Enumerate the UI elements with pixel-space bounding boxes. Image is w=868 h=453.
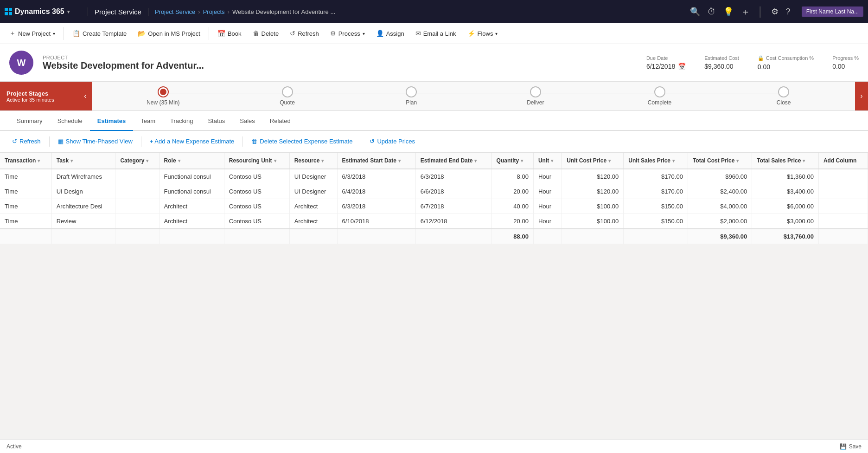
footer-resourcing: [224, 229, 289, 244]
stage-nav-left[interactable]: ‹: [79, 82, 92, 110]
tab-status[interactable]: Status: [200, 111, 232, 131]
open-ms-project-button[interactable]: 📂 Open in MS Project: [133, 27, 205, 40]
assign-button[interactable]: 👤 Assign: [371, 27, 409, 40]
sort-icon-resourcing: ▾: [274, 158, 276, 163]
col-total-sales-price[interactable]: Total Sales Price ▾: [752, 153, 819, 169]
col-resource[interactable]: Resource ▾: [289, 153, 337, 169]
table-row[interactable]: TimeReviewArchitectContoso USArchitect6/…: [0, 214, 868, 229]
col-add-column[interactable]: Add Column: [818, 153, 868, 169]
tab-sales[interactable]: Sales: [232, 111, 262, 131]
sort-icon-transaction: ▾: [38, 158, 40, 163]
col-start-date[interactable]: Estimated Start Date ▾: [337, 153, 415, 169]
col-role[interactable]: Role ▾: [159, 153, 224, 169]
sort-icon-unit: ▾: [551, 158, 553, 163]
refresh-icon: ↺: [290, 30, 295, 37]
footer-usp: [624, 229, 688, 244]
calendar-icon[interactable]: 📅: [678, 63, 686, 70]
table-row[interactable]: TimeDraft WireframesFunctional consulCon…: [0, 169, 868, 184]
tab-estimates[interactable]: Estimates: [90, 111, 133, 131]
bc-projects[interactable]: Projects: [203, 8, 225, 15]
table-cell: 6/3/2018: [337, 169, 415, 184]
stage-item-quote[interactable]: Quote: [225, 86, 350, 106]
top-nav: Dynamics 365 ▾ Project Service Project S…: [0, 0, 868, 23]
table-cell: 8.00: [491, 169, 533, 184]
search-icon[interactable]: 🔍: [690, 6, 700, 17]
tab-tracking[interactable]: Tracking: [163, 111, 200, 131]
sort-icon-category: ▾: [146, 158, 148, 163]
stages-list: New (35 Min) Quote Plan Deliver Complete…: [92, 82, 855, 110]
brand[interactable]: Dynamics 365 ▾: [5, 7, 88, 16]
process-button[interactable]: ⚙ Process ▾: [326, 27, 370, 40]
stage-item-close[interactable]: Close: [721, 86, 846, 106]
est-refresh-button[interactable]: ↺ Refresh: [7, 136, 45, 147]
table-row[interactable]: TimeArchitecture DesiArchitectContoso US…: [0, 199, 868, 214]
stage-nav-right[interactable]: ›: [855, 82, 868, 110]
new-project-button[interactable]: ＋ New Project ▾: [5, 26, 60, 40]
stage-item-complete[interactable]: Complete: [598, 86, 722, 106]
sort-icon-task: ▾: [70, 158, 73, 163]
user-badge[interactable]: First Name Last Na...: [802, 6, 863, 17]
col-unit-cost-price[interactable]: Unit Cost Price ▾: [562, 153, 624, 169]
table-cell: Functional consul: [159, 184, 224, 199]
table-cell: 40.00: [491, 199, 533, 214]
table-cell: Contoso US: [224, 184, 289, 199]
project-label: PROJECT: [43, 55, 637, 60]
table-cell: Architect: [159, 214, 224, 229]
col-category[interactable]: Category ▾: [115, 153, 159, 169]
open-ms-label: Open in MS Project: [148, 30, 200, 37]
col-unit[interactable]: Unit ▾: [533, 153, 562, 169]
stage-name-close: Close: [777, 99, 791, 106]
stage-item-new[interactable]: New (35 Min): [101, 86, 225, 106]
update-prices-icon: ↺: [370, 138, 375, 145]
book-button[interactable]: 📅 Book: [213, 27, 246, 40]
col-quantity[interactable]: Quantity ▾: [491, 153, 533, 169]
show-time-phased-button[interactable]: ▦ Show Time-Phased View: [53, 136, 137, 147]
estimated-cost-label: Estimated Cost: [704, 55, 739, 61]
process-label: Process: [338, 30, 360, 37]
footer-resource: [289, 229, 337, 244]
tab-schedule[interactable]: Schedule: [50, 111, 90, 131]
flows-button[interactable]: ⚡ Flows ▾: [463, 27, 503, 40]
email-link-button[interactable]: ✉ Email a Link: [411, 27, 461, 40]
estimates-tbody: TimeDraft WireframesFunctional consulCon…: [0, 169, 868, 229]
col-task[interactable]: Task ▾: [51, 153, 115, 169]
stage-item-deliver[interactable]: Deliver: [473, 86, 598, 106]
update-prices-button[interactable]: ↺ Update Prices: [365, 136, 420, 147]
bc-project-service[interactable]: Project Service: [155, 8, 195, 15]
col-unit-sales-price[interactable]: Unit Sales Price ▾: [624, 153, 688, 169]
table-cell: UI Designer: [289, 184, 337, 199]
footer-tsp: $13,760.00: [752, 229, 819, 244]
app-module: Project Service: [88, 8, 148, 16]
tab-team[interactable]: Team: [133, 111, 163, 131]
stage-subtitle: Active for 35 minutes: [6, 97, 72, 103]
col-transaction[interactable]: Transaction ▾: [0, 153, 51, 169]
table-row[interactable]: TimeUI DesignFunctional consulContoso US…: [0, 184, 868, 199]
project-info: PROJECT Website Development for Adventur…: [43, 55, 637, 71]
table-cell: $170.00: [624, 169, 688, 184]
new-project-caret[interactable]: ▾: [53, 31, 55, 36]
cost-consumption-value: 0.00: [758, 63, 814, 71]
delete-button[interactable]: 🗑 Delete: [248, 27, 284, 40]
help-circle-icon[interactable]: ⏱: [708, 7, 716, 17]
footer-unit: [533, 229, 562, 244]
brand-caret[interactable]: ▾: [67, 9, 70, 14]
create-template-button[interactable]: 📋 Create Template: [68, 27, 131, 40]
tab-related[interactable]: Related: [262, 111, 298, 131]
stage-item-plan[interactable]: Plan: [349, 86, 473, 106]
tab-summary[interactable]: Summary: [9, 111, 50, 131]
lightbulb-icon[interactable]: 💡: [723, 6, 734, 17]
plus-icon[interactable]: ＋: [741, 6, 750, 18]
delete-expense-button[interactable]: 🗑 Delete Selected Expense Estimate: [247, 136, 357, 147]
col-resourcing-unit[interactable]: Resourcing Unit ▾: [224, 153, 289, 169]
cmd-sep-2: [209, 27, 209, 40]
add-expense-button[interactable]: + Add a New Expense Estimate: [145, 136, 239, 147]
question-icon[interactable]: ?: [786, 7, 791, 17]
show-time-label: Show Time-Phased View: [66, 138, 133, 145]
settings-icon[interactable]: ⚙: [771, 6, 779, 17]
sort-icon-tsp: ▾: [803, 158, 805, 163]
process-caret: ▾: [363, 31, 365, 36]
table-cell: 6/12/2018: [415, 214, 491, 229]
col-total-cost-price[interactable]: Total Cost Price ▾: [688, 153, 752, 169]
col-end-date[interactable]: Estimated End Date ▾: [415, 153, 491, 169]
refresh-button[interactable]: ↺ Refresh: [285, 27, 324, 40]
